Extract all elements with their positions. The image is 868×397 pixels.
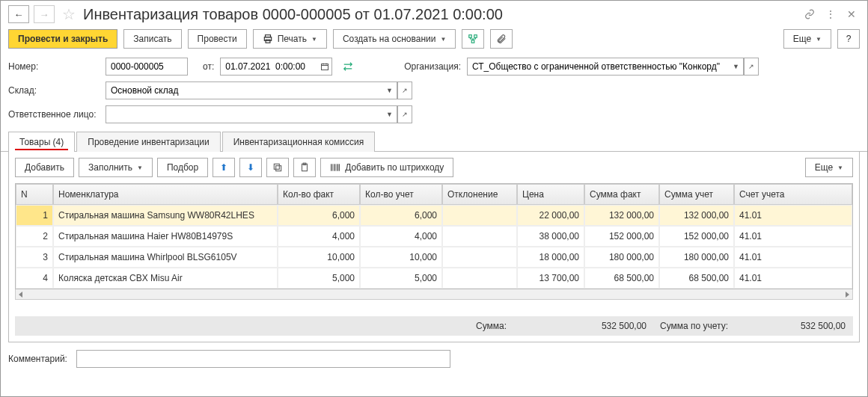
favorite-star-icon[interactable]: ☆ <box>62 5 76 23</box>
add-row-button[interactable]: Добавить <box>15 158 74 177</box>
cell-nomen: Коляска детская CBX Misu Air <box>53 268 278 289</box>
grid-more-label: Еще <box>815 162 833 173</box>
cell-price: 22 000,00 <box>517 205 584 226</box>
more-label: Еще <box>793 34 811 44</box>
nav-forward-button[interactable]: → <box>34 5 55 23</box>
responsible-input[interactable] <box>106 105 382 123</box>
number-label: Номер: <box>8 61 100 72</box>
cell-price: 38 000,00 <box>517 226 584 247</box>
date-input[interactable] <box>220 58 317 76</box>
cell-delta <box>442 205 517 226</box>
save-button[interactable]: Записать <box>123 29 181 49</box>
nav-back-button[interactable]: ← <box>8 5 29 23</box>
tab-committee[interactable]: Инвентаризационная комиссия <box>222 132 376 152</box>
copy-button[interactable] <box>266 158 289 177</box>
print-button[interactable]: Печать ▼ <box>253 29 327 49</box>
close-icon[interactable]: ✕ <box>843 6 860 22</box>
link-icon[interactable] <box>801 6 818 22</box>
responsible-dropdown-button[interactable]: ▼ <box>382 105 397 123</box>
more-button[interactable]: Еще ▼ <box>783 29 831 49</box>
svg-rect-6 <box>321 64 328 70</box>
col-price[interactable]: Цена <box>517 184 584 205</box>
cell-qty-acc: 10,000 <box>360 247 442 268</box>
comment-input[interactable] <box>76 350 450 368</box>
arrow-down-icon: ⬇ <box>247 162 254 173</box>
svg-rect-8 <box>274 164 279 169</box>
move-up-button[interactable]: ⬆ <box>213 158 235 177</box>
paste-button[interactable] <box>293 158 316 177</box>
total-sum-acc-label: Сумма по учету: <box>660 321 750 331</box>
post-and-close-button[interactable]: Провести и закрыть <box>8 29 117 49</box>
warehouse-input[interactable] <box>106 81 382 99</box>
col-nomen[interactable]: Номенклатура <box>53 184 278 205</box>
attach-button[interactable] <box>490 29 513 49</box>
add-by-barcode-button[interactable]: Добавить по штрихкоду <box>320 158 453 177</box>
cell-delta <box>442 247 517 268</box>
post-button[interactable]: Провести <box>188 29 247 49</box>
warehouse-dropdown-button[interactable]: ▼ <box>382 81 397 99</box>
cell-sum-fact: 180 000,00 <box>584 247 659 268</box>
cell-qty-acc: 4,000 <box>360 226 442 247</box>
grid-more-button[interactable]: Еще ▼ <box>805 158 853 177</box>
open-icon: ↗ <box>402 87 408 94</box>
cell-qty-acc: 6,000 <box>360 205 442 226</box>
table-row[interactable]: 2Стиральная машина Haier HW80B14979S4,00… <box>16 226 852 247</box>
cell-nomen: Стиральная машина Whirlpool BLSG6105V <box>53 247 278 268</box>
chevron-down-icon: ▼ <box>440 36 446 43</box>
org-dropdown-button[interactable]: ▼ <box>729 58 744 76</box>
org-label: Организация: <box>404 61 461 72</box>
tab-goods[interactable]: Товары (4) <box>8 132 75 152</box>
svg-rect-4 <box>474 35 477 38</box>
cell-sum-acc: 68 500,00 <box>659 268 734 289</box>
add-row-label: Добавить <box>25 162 64 173</box>
col-qty-acc[interactable]: Кол-во учет <box>360 184 442 205</box>
svg-rect-7 <box>276 166 281 171</box>
print-label: Печать <box>278 34 307 44</box>
kebab-menu-icon[interactable]: ⋮ <box>822 6 839 22</box>
cell-sum-acc: 152 000,00 <box>659 226 734 247</box>
total-sum-label: Сумма: <box>476 321 551 331</box>
cell-account: 41.01 <box>734 226 852 247</box>
structure-button[interactable] <box>462 29 484 49</box>
org-input[interactable] <box>467 58 729 76</box>
arrow-right-icon: → <box>40 9 49 20</box>
pick-button[interactable]: Подбор <box>157 158 208 177</box>
create-based-on-button[interactable]: Создать на основании ▼ <box>333 29 456 49</box>
svg-rect-11 <box>331 164 331 170</box>
cell-n: 4 <box>16 268 53 289</box>
help-label: ? <box>846 34 852 44</box>
warehouse-open-button[interactable]: ↗ <box>397 81 412 99</box>
col-account[interactable]: Счет учета <box>734 184 852 205</box>
cell-sum-acc: 132 000,00 <box>659 205 734 226</box>
chevron-down-icon: ▼ <box>386 111 393 118</box>
cell-nomen: Стиральная машина Haier HW80B14979S <box>53 226 278 247</box>
cell-price: 18 000,00 <box>517 247 584 268</box>
org-open-button[interactable]: ↗ <box>744 58 759 76</box>
help-button[interactable]: ? <box>837 29 860 49</box>
col-sum-acc[interactable]: Сумма учет <box>659 184 734 205</box>
cell-qty-fact: 6,000 <box>278 205 360 226</box>
move-down-button[interactable]: ⬇ <box>239 158 262 177</box>
horizontal-scrollbar[interactable] <box>15 289 853 300</box>
cell-delta <box>442 226 517 247</box>
number-input[interactable] <box>106 58 188 76</box>
responsible-open-button[interactable]: ↗ <box>397 105 412 123</box>
col-n[interactable]: N <box>16 184 53 205</box>
arrow-up-icon: ⬆ <box>220 162 227 173</box>
chevron-down-icon: ▼ <box>311 36 317 43</box>
cell-qty-fact: 5,000 <box>278 268 360 289</box>
col-qty-fact[interactable]: Кол-во факт <box>278 184 360 205</box>
col-delta[interactable]: Отклонение <box>442 184 517 205</box>
svg-rect-13 <box>334 164 334 170</box>
cell-account: 41.01 <box>734 247 852 268</box>
transfer-icon[interactable] <box>343 61 353 72</box>
responsible-label: Ответственное лицо: <box>8 109 100 120</box>
col-sum-fact[interactable]: Сумма факт <box>584 184 659 205</box>
fill-button[interactable]: Заполнить ▼ <box>79 158 153 177</box>
table-row[interactable]: 3Стиральная машина Whirlpool BLSG6105V10… <box>16 247 852 268</box>
table-row[interactable]: 1Стиральная машина Samsung WW80R42LHES6,… <box>16 205 852 226</box>
table-row[interactable]: 4Коляска детская CBX Misu Air5,0005,0001… <box>16 268 852 289</box>
calendar-button[interactable] <box>317 58 332 76</box>
tab-inventory[interactable]: Проведение инвентаризации <box>76 132 220 152</box>
svg-rect-12 <box>333 164 334 170</box>
